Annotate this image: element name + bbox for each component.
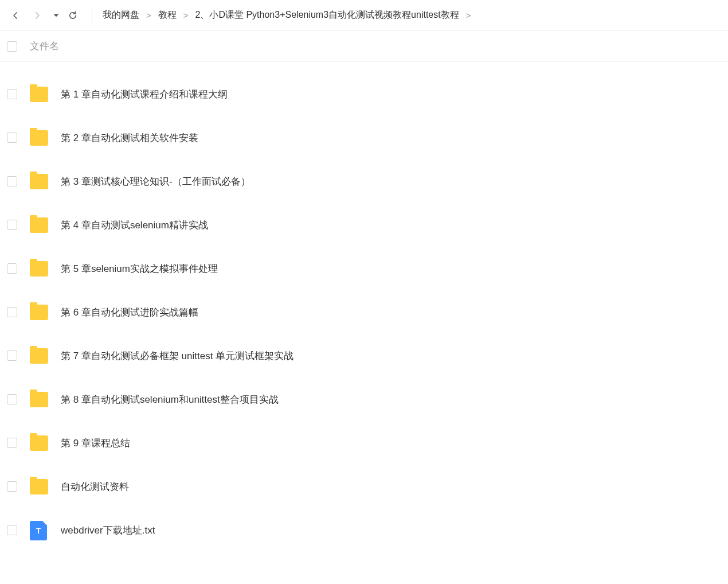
file-row[interactable]: 自动化测试资料	[0, 465, 728, 508]
breadcrumb-separator: >	[183, 10, 189, 20]
file-name[interactable]: 第 1 章自动化测试课程介绍和课程大纲	[61, 88, 228, 101]
file-icon-wrap	[30, 259, 48, 278]
folder-icon	[30, 174, 48, 189]
file-row[interactable]: 第 5 章selenium实战之模拟事件处理	[0, 247, 728, 290]
file-name[interactable]: 第 3 章测试核心理论知识-（工作面试必备）	[61, 175, 251, 188]
folder-icon	[30, 305, 48, 320]
row-checkbox[interactable]	[7, 438, 17, 448]
file-icon-wrap	[30, 129, 48, 147]
file-row[interactable]: 第 7 章自动化测试必备框架 unittest 单元测试框架实战	[0, 334, 728, 377]
refresh-icon	[68, 10, 78, 21]
file-name[interactable]: 自动化测试资料	[61, 480, 129, 493]
file-icon-wrap	[30, 172, 48, 190]
folder-icon	[30, 261, 48, 277]
folder-icon	[30, 130, 48, 146]
row-checkbox[interactable]	[7, 176, 17, 186]
file-name[interactable]: 第 9 章课程总结	[61, 437, 130, 450]
file-row[interactable]: 第 3 章测试核心理论知识-（工作面试必备）	[0, 159, 728, 203]
folder-icon	[30, 348, 48, 364]
file-row[interactable]: 第 8 章自动化测试selenium和unittest整合项目实战	[0, 377, 728, 421]
file-icon-wrap	[30, 346, 48, 365]
forward-button[interactable]	[29, 7, 46, 24]
row-checkbox[interactable]	[7, 481, 17, 492]
file-row[interactable]: 第 4 章自动测试selenium精讲实战	[0, 203, 728, 247]
file-icon-wrap	[30, 434, 48, 452]
chevron-right-icon	[32, 10, 42, 21]
file-row[interactable]: 第 9 章课程总结	[0, 421, 728, 465]
file-row[interactable]: 第 1 章自动化测试课程介绍和课程大纲	[0, 72, 728, 116]
file-icon-wrap	[30, 390, 48, 408]
chevron-left-icon	[10, 10, 21, 21]
toolbar: 我的网盘 > 教程 > 2、小D课堂 Python3+Selenium3自动化测…	[0, 0, 728, 31]
row-checkbox[interactable]	[7, 525, 17, 535]
column-header-name[interactable]: 文件名	[30, 40, 59, 53]
dropdown-button[interactable]	[50, 7, 62, 24]
file-icon-wrap	[30, 85, 48, 103]
row-checkbox[interactable]	[7, 394, 17, 404]
refresh-button[interactable]	[64, 7, 81, 24]
breadcrumb-item-root[interactable]: 我的网盘	[103, 9, 139, 21]
breadcrumb-separator: >	[466, 10, 471, 20]
breadcrumb-separator: >	[146, 10, 151, 20]
folder-icon	[30, 392, 48, 407]
row-checkbox[interactable]	[7, 220, 17, 230]
breadcrumb-item-1[interactable]: 教程	[158, 9, 177, 21]
file-icon-wrap: T	[30, 521, 48, 539]
file-name[interactable]: 第 2 章自动化测试相关软件安装	[61, 131, 198, 145]
file-name[interactable]: 第 4 章自动测试selenium精讲实战	[61, 219, 208, 232]
file-icon-wrap	[30, 303, 48, 321]
select-all-checkbox[interactable]	[7, 41, 17, 52]
file-row[interactable]: 第 6 章自动化测试进阶实战篇幅	[0, 290, 728, 334]
file-row[interactable]: T webdriver下载地址.txt	[0, 508, 728, 552]
file-list: 第 1 章自动化测试课程介绍和课程大纲 第 2 章自动化测试相关软件安装 第 3…	[0, 62, 728, 552]
file-icon-wrap	[30, 216, 48, 234]
file-name[interactable]: 第 7 章自动化测试必备框架 unittest 单元测试框架实战	[61, 349, 293, 363]
list-header: 文件名	[0, 31, 728, 62]
file-icon-wrap	[30, 477, 48, 496]
folder-icon	[30, 479, 48, 495]
folder-icon	[30, 217, 48, 233]
back-button[interactable]	[7, 7, 24, 24]
txt-file-icon: T	[30, 521, 47, 540]
file-row[interactable]: 第 2 章自动化测试相关软件安装	[0, 116, 728, 159]
folder-icon	[30, 87, 48, 102]
file-name[interactable]: 第 8 章自动化测试selenium和unittest整合项目实战	[61, 393, 279, 406]
file-name[interactable]: 第 5 章selenium实战之模拟事件处理	[61, 262, 218, 275]
row-checkbox[interactable]	[7, 133, 17, 143]
row-checkbox[interactable]	[7, 307, 17, 317]
file-name[interactable]: 第 6 章自动化测试进阶实战篇幅	[61, 306, 198, 319]
row-checkbox[interactable]	[7, 263, 17, 274]
toolbar-divider	[92, 9, 92, 22]
breadcrumb: 我的网盘 > 教程 > 2、小D课堂 Python3+Selenium3自动化测…	[103, 9, 477, 21]
row-checkbox[interactable]	[7, 351, 17, 361]
folder-icon	[30, 435, 48, 451]
caret-down-icon	[51, 10, 61, 21]
row-checkbox[interactable]	[7, 89, 17, 99]
breadcrumb-item-2[interactable]: 2、小D课堂 Python3+Selenium3自动化测试视频教程unittes…	[195, 9, 459, 21]
file-name[interactable]: webdriver下载地址.txt	[61, 524, 155, 537]
